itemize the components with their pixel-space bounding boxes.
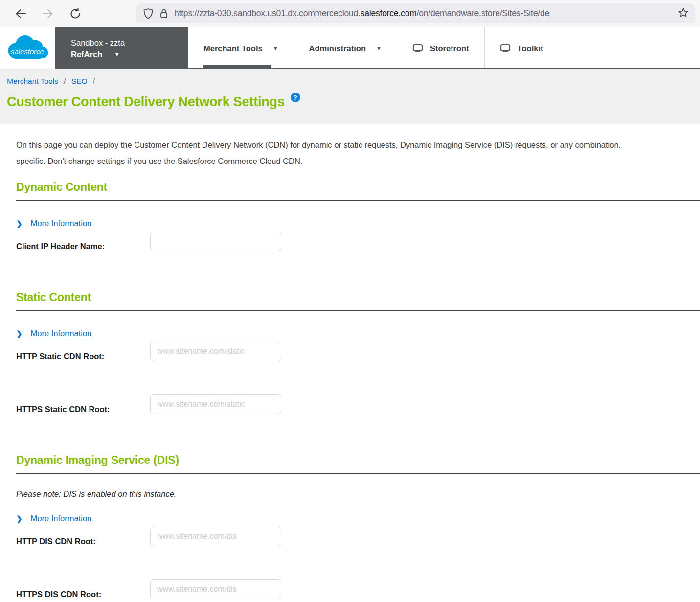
breadcrumb-seo[interactable]: SEO bbox=[71, 77, 88, 85]
field-label: HTTPS Static CDN Root: bbox=[16, 405, 110, 414]
chevron-down-icon: ▼ bbox=[114, 51, 120, 58]
salesforce-cloud-icon: salesforce bbox=[4, 32, 51, 65]
http-dis-cdn-root-input[interactable] bbox=[150, 527, 281, 546]
field-label: HTTP DIS CDN Root: bbox=[16, 537, 96, 546]
breadcrumb-merchant-tools[interactable]: Merchant Tools bbox=[7, 77, 58, 85]
client-ip-header-name-input[interactable] bbox=[150, 232, 281, 251]
section-title: Static Content bbox=[16, 291, 700, 304]
section-title: Dynamic Imaging Service (DIS) bbox=[16, 454, 700, 467]
reload-icon bbox=[69, 7, 82, 20]
site-name: RefArch bbox=[71, 50, 102, 59]
breadcrumb-separator: / bbox=[64, 77, 66, 85]
field-label: HTTPS DIS CDN Root: bbox=[16, 590, 101, 599]
section-rule bbox=[16, 200, 700, 201]
svg-text:salesforce: salesforce bbox=[11, 48, 44, 56]
salesforce-logo[interactable]: salesforce bbox=[0, 27, 55, 69]
more-information-link[interactable]: ❯ More Information bbox=[16, 219, 91, 228]
page-description-line2: specific. Don't change settings if you u… bbox=[16, 153, 700, 169]
nav-merchant-tools[interactable]: Merchant Tools ▼ bbox=[188, 27, 294, 69]
chevron-right-icon: ❯ bbox=[16, 329, 23, 338]
chevron-down-icon: ▼ bbox=[376, 46, 382, 51]
field-https-dis-cdn-root: HTTPS DIS CDN Root: bbox=[16, 579, 700, 599]
app-header: salesforce Sandbox - zzta RefArch ▼ Merc… bbox=[0, 27, 700, 69]
section-dynamic-content: Dynamic Content ❯ More Information Clien… bbox=[16, 181, 700, 251]
field-client-ip-header-name: Client IP Header Name: bbox=[16, 232, 700, 251]
help-icon[interactable]: ? bbox=[291, 93, 300, 102]
main-nav: Merchant Tools ▼ Administration ▼ Storef… bbox=[188, 27, 559, 69]
browser-reload-button[interactable] bbox=[66, 4, 85, 23]
nav-administration[interactable]: Administration ▼ bbox=[294, 27, 397, 69]
http-static-cdn-root-input[interactable] bbox=[150, 342, 281, 361]
field-http-static-cdn-root: HTTP Static CDN Root: bbox=[16, 342, 700, 361]
shield-icon[interactable] bbox=[143, 8, 154, 20]
breadcrumb: Merchant Tools / SEO / bbox=[7, 77, 700, 86]
title-band: Merchant Tools / SEO / Customer Content … bbox=[0, 69, 700, 124]
field-label: Client IP Header Name: bbox=[16, 242, 105, 251]
field-https-static-cdn-root: HTTPS Static CDN Root: bbox=[16, 394, 700, 414]
main-content: On this page you can deploy the Customer… bbox=[0, 124, 700, 599]
browser-forward-button[interactable] bbox=[38, 4, 58, 23]
browser-back-button[interactable] bbox=[11, 4, 30, 23]
url-bar[interactable]: https://zzta-030.sandbox.us01.dx.commerc… bbox=[136, 3, 695, 23]
more-information-link[interactable]: ❯ More Information bbox=[16, 514, 91, 523]
breadcrumb-separator: / bbox=[93, 77, 95, 85]
page-description-line1: On this page you can deploy the Customer… bbox=[16, 137, 700, 153]
bookmark-star-icon[interactable] bbox=[677, 7, 689, 21]
instance-selector[interactable]: Sandbox - zzta RefArch ▼ bbox=[55, 27, 188, 69]
nav-toolkit[interactable]: Toolkit bbox=[484, 27, 559, 69]
lock-icon[interactable] bbox=[159, 8, 168, 20]
browser-chrome: https://zzta-030.sandbox.us01.dx.commerc… bbox=[0, 0, 700, 27]
nav-storefront[interactable]: Storefront bbox=[397, 27, 484, 69]
section-dis: Dynamic Imaging Service (DIS) Please not… bbox=[16, 454, 700, 599]
monitor-icon bbox=[500, 44, 511, 53]
page-title: Customer Content Delivery Network Settin… bbox=[7, 94, 285, 110]
dis-enabled-note: Please note: DIS is enabled on this inst… bbox=[16, 489, 700, 499]
instance-name: Sandbox - zzta bbox=[71, 38, 188, 47]
field-http-dis-cdn-root: HTTP DIS CDN Root: bbox=[16, 527, 700, 546]
field-label: HTTP Static CDN Root: bbox=[16, 352, 104, 361]
section-rule bbox=[16, 310, 700, 311]
section-static-content: Static Content ❯ More Information HTTP S… bbox=[16, 291, 700, 414]
chevron-right-icon: ❯ bbox=[16, 219, 23, 228]
monitor-icon bbox=[412, 44, 423, 53]
back-arrow-icon bbox=[14, 8, 27, 20]
section-rule bbox=[16, 473, 700, 474]
chevron-down-icon: ▼ bbox=[273, 46, 278, 51]
url-text: https://zzta-030.sandbox.us01.dx.commerc… bbox=[174, 8, 674, 19]
header-divider bbox=[55, 68, 700, 69]
section-title: Dynamic Content bbox=[16, 181, 700, 194]
https-static-cdn-root-input[interactable] bbox=[150, 394, 281, 414]
https-dis-cdn-root-input[interactable] bbox=[150, 579, 281, 599]
chevron-right-icon: ❯ bbox=[16, 514, 23, 523]
more-information-link[interactable]: ❯ More Information bbox=[16, 329, 91, 338]
forward-arrow-icon bbox=[42, 8, 54, 20]
